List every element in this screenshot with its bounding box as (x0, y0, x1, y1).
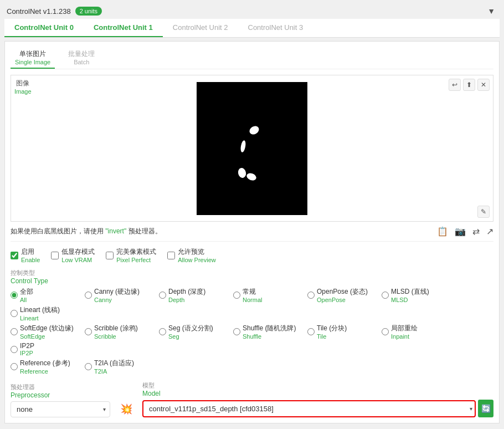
subtab-single-en: Single Image (15, 59, 50, 65)
lowvram-label: 低显存模式 Low VRAM (61, 247, 95, 263)
preprocessor-label: 预处理器 Preprocessor (11, 383, 110, 399)
radio-reference-input[interactable] (11, 363, 18, 370)
subtab-single-zh: 单张图片 (19, 49, 46, 59)
units-badge: 2 units (75, 7, 102, 16)
radio-tile-input[interactable] (307, 328, 315, 335)
radio-all[interactable]: 全部 All (11, 287, 83, 303)
radio-mlsd-input[interactable] (382, 292, 389, 299)
model-select-row: control_v11f1p_sd15_depth [cfd03158] ▾ 🔄 (142, 400, 493, 417)
app-container: ControlNet v1.1.238 2 units ▼ ControlNet… (0, 0, 504, 428)
note-icon[interactable]: 📋 (437, 226, 448, 237)
control-type-section-label: 控制类型 Control Type (11, 269, 493, 285)
header-bar: ControlNet v1.1.238 2 units ▼ (4, 4, 500, 19)
control-type-row2: SoftEdge (软边缘) SoftEdge Scribble (涂鸦) Sc… (11, 324, 493, 356)
control-type-row1: 全部 All Canny (硬边缘) Canny Depth (深度) Dept… (11, 287, 493, 321)
image-canvas[interactable] (11, 75, 493, 221)
header-left: ControlNet v1.1.238 2 units (7, 7, 102, 16)
radio-depth-input[interactable] (159, 292, 166, 299)
invert-text: 如果使用白底黑线图片，请使用 "invert" 预处理器。 (11, 227, 162, 236)
tab-unit0[interactable]: ControlNet Unit 0 (4, 19, 84, 37)
radio-depth[interactable]: Depth (深度) Depth (159, 287, 231, 303)
radio-openpose-input[interactable] (307, 292, 315, 299)
pixelperfect-label: 完美像素模式 Pixel Perfect (116, 247, 156, 263)
image-label: 图像 Image (14, 79, 32, 95)
pixelperfect-checkbox[interactable]: 完美像素模式 Pixel Perfect (106, 247, 156, 263)
edit-button[interactable]: ✎ (477, 206, 490, 218)
invert-note: 如果使用白底黑线图片，请使用 "invert" 预处理器。 📋 📷 ⇄ ↗ (11, 226, 493, 237)
enable-label: 启用 Enable (21, 247, 40, 263)
radio-tile[interactable]: Tile (分块) Tile (307, 324, 379, 340)
radio-shuffle[interactable]: Shuffle (随机洗牌) Shuffle (233, 324, 305, 340)
radio-reference[interactable]: Reference (参考) Reference (11, 359, 83, 375)
radio-t2ia[interactable]: T2IA (自适应) T2IA (85, 359, 157, 375)
allowpreview-input[interactable] (167, 252, 175, 259)
enable-checkbox[interactable]: 启用 Enable (11, 247, 40, 263)
main-tabs: ControlNet Unit 0 ControlNet Unit 1 Cont… (4, 19, 500, 38)
upload-button[interactable]: ⬆ (463, 79, 475, 91)
tab-unit2[interactable]: ControlNet Unit 2 (163, 19, 238, 37)
radio-softedge-input[interactable] (11, 328, 18, 335)
model-field: 模型 Model control_v11f1p_sd15_depth [cfd0… (142, 381, 493, 417)
radio-openpose[interactable]: OpenPose (姿态) OpenPose (307, 287, 379, 303)
image-controls: ↩ ⬆ ✕ (449, 79, 490, 91)
send-icon[interactable]: ↗ (486, 226, 493, 237)
tab-unit3[interactable]: ControlNet Unit 3 (238, 19, 313, 37)
radio-softedge[interactable]: SoftEdge (软边缘) SoftEdge (11, 324, 83, 340)
subtab-batch[interactable]: 批量处理 Batch (64, 47, 99, 69)
radio-t2ia-input[interactable] (85, 363, 92, 370)
lowvram-checkbox[interactable]: 低显存模式 Low VRAM (51, 247, 95, 263)
allowpreview-label: 允许预览 Allow Preview (178, 247, 215, 263)
radio-all-input[interactable] (11, 292, 18, 299)
image-controls2: ✎ (477, 206, 490, 218)
subtab-single[interactable]: 单张图片 Single Image (11, 47, 55, 69)
swap-icon[interactable]: ⇄ (472, 226, 480, 237)
allowpreview-checkbox[interactable]: 允许预览 Allow Preview (167, 247, 215, 263)
divider1 (11, 241, 493, 242)
subtab-batch-zh: 批量处理 (68, 49, 95, 59)
lowvram-input[interactable] (51, 252, 59, 259)
options-row: 启用 Enable 低显存模式 Low VRAM 完美像素模式 Pixel Pe… (11, 247, 493, 263)
main-panel: 单张图片 Single Image 批量处理 Batch 图像 Image (4, 41, 500, 423)
radio-shuffle-input[interactable] (233, 328, 240, 335)
app-title: ControlNet v1.1.238 (7, 7, 71, 16)
fire-button[interactable]: 💥 (120, 403, 132, 415)
radio-inpaint[interactable]: 局部重绘 Inpaint (382, 324, 454, 340)
preprocessor-select[interactable]: none (11, 401, 110, 417)
enable-input[interactable] (11, 252, 18, 259)
action-icons: 📋 📷 ⇄ ↗ (437, 226, 493, 237)
radio-scribble[interactable]: Scribble (涂鸦) Scribble (85, 324, 157, 340)
radio-mlsd[interactable]: MLSD (直线) MLSD (382, 287, 454, 303)
radio-seg-input[interactable] (159, 328, 166, 335)
radio-inpaint-input[interactable] (382, 328, 389, 335)
radio-seg[interactable]: Seg (语义分割) Seg (159, 324, 231, 340)
refresh-button[interactable]: 🔄 (478, 400, 493, 417)
preprocessor-select-wrapper: none ▾ (11, 401, 110, 417)
radio-normal-input[interactable] (233, 292, 240, 299)
radio-ip2p[interactable]: IP2P IP2P (11, 342, 83, 356)
radio-scribble-input[interactable] (85, 328, 92, 335)
collapse-arrow[interactable]: ▼ (487, 7, 495, 16)
preprocessor-field: 预处理器 Preprocessor none ▾ (11, 383, 110, 417)
image-area: 图像 Image ↩ ⬆ ✕ ✎ (11, 75, 493, 222)
radio-lineart[interactable]: Lineart (线稿) Lineart (11, 305, 83, 321)
sub-tabs: 单张图片 Single Image 批量处理 Batch (11, 47, 493, 69)
undo-button[interactable]: ↩ (449, 79, 461, 91)
radio-canny[interactable]: Canny (硬边缘) Canny (85, 287, 157, 303)
pixelperfect-input[interactable] (106, 252, 114, 259)
camera-icon[interactable]: 📷 (455, 226, 466, 237)
radio-lineart-input[interactable] (11, 310, 18, 317)
model-select[interactable]: control_v11f1p_sd15_depth [cfd03158] (142, 400, 476, 417)
control-type-row3: Reference (参考) Reference T2IA (自适应) T2IA (11, 359, 493, 375)
radio-canny-input[interactable] (85, 292, 92, 299)
radio-ip2p-input[interactable] (11, 346, 18, 353)
uploaded-image (197, 82, 307, 215)
tab-unit1[interactable]: ControlNet Unit 1 (84, 19, 163, 37)
subtab-batch-en: Batch (74, 59, 89, 65)
preprocessor-model-row: 预处理器 Preprocessor none ▾ 💥 模型 Model (11, 381, 493, 417)
radio-normal[interactable]: 常规 Normal (233, 287, 305, 303)
close-button[interactable]: ✕ (477, 79, 490, 91)
model-label: 模型 Model (142, 381, 493, 397)
